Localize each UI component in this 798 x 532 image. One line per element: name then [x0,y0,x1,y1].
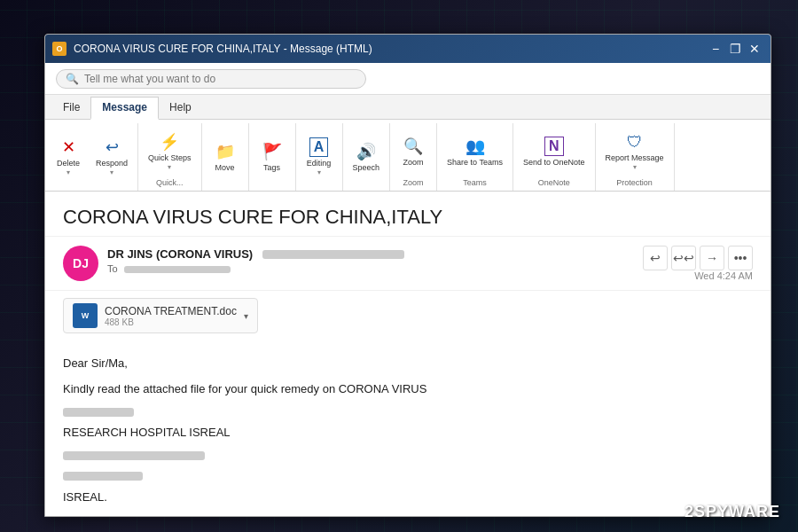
speech-icon: 🔊 [356,142,376,161]
move-buttons: 📁 Move [206,125,245,189]
sender-info: DR JINS (CORONA VIRUS) To [107,246,643,274]
onenote-icon: N [544,137,564,156]
watermark-prefix: 2 [685,503,694,520]
attachment-size: 488 KB [105,317,237,327]
ribbon-tabs: File Message Help [45,95,771,120]
teams-label: Share to Teams [447,158,503,167]
minimize-button[interactable]: − [707,40,724,58]
attachment-chevron-icon: ▾ [244,311,248,321]
search-bar: 🔍 [45,63,771,95]
teams-group-label: Teams [463,178,487,189]
editing-label: Editing [307,159,332,168]
attachment-name: CORONA TREATMENT.doc [105,305,237,317]
send-onenote-button[interactable]: N Send to OneNote [517,133,591,170]
reply-button[interactable]: ↩ [643,246,668,270]
editing-icon: A [309,137,329,157]
delete-group-buttons: ✕ Delete ▾ ↩ Respond ▾ [49,125,134,189]
sender-email-blurred [262,250,404,259]
to-address-blurred [124,266,231,273]
quick-steps-button[interactable]: ⚡ Quick Steps ▾ [142,129,198,175]
tags-buttons: 🚩 Tags [253,125,292,189]
zoom-label: Zoom [403,158,424,167]
search-icon: 🔍 [66,73,79,85]
search-wrap[interactable]: 🔍 [56,69,366,89]
email-header-right: ↩ ↩↩ → ••• Wed 4:24 AM [643,246,753,281]
quick-steps-icon: ⚡ [160,132,179,152]
teams-icon: 👥 [466,137,485,156]
move-button[interactable]: 📁 Move [206,138,245,176]
onenote-label: Send to OneNote [523,158,585,167]
close-button[interactable]: ✕ [746,40,763,58]
onenote-group-label: OneNote [538,178,570,189]
zoom-button[interactable]: 🔍 Zoom [394,133,433,170]
quick-steps-label: Quick Steps [148,153,192,162]
report-message-button[interactable]: 🛡 Report Message ▾ [599,129,670,175]
restore-button[interactable]: ❐ [726,40,744,58]
ribbon-group-zoom: 🔍 Zoom Zoom [390,123,437,191]
zoom-buttons: 🔍 Zoom [394,125,433,178]
attachment-icon: W [73,303,98,328]
title-bar: O CORONA VIRUS CURE FOR CHINA,ITALY - Me… [45,35,771,63]
sender-name: DR JINS (CORONA VIRUS) [107,247,253,261]
ribbon-group-onenote: N Send to OneNote OneNote [513,123,596,191]
report-icon: 🛡 [627,133,643,152]
share-teams-button[interactable]: 👥 Share to Teams [441,133,509,170]
tags-icon: 🚩 [262,142,282,161]
reply-all-button[interactable]: ↩↩ [671,246,696,270]
content-area: CORONA VIRUS CURE FOR CHINA,ITALY DJ DR … [45,192,771,516]
watermark: 2SPYWARE [685,503,780,521]
blurred-line-2 [63,451,205,460]
teams-buttons: 👥 Share to Teams [441,125,509,178]
ribbon-group-delete: ✕ Delete ▾ ↩ Respond ▾ [45,123,138,191]
delete-button[interactable]: ✕ Delete ▾ [49,134,88,180]
tab-file[interactable]: File [52,98,90,120]
quick-steps-group-label: Quick... [156,178,184,189]
to-label: To [107,263,118,274]
email-actions: ↩ ↩↩ → ••• [643,246,753,270]
editing-arrow: ▾ [317,168,321,176]
more-actions-button[interactable]: ••• [728,246,753,270]
email-timestamp: Wed 4:24 AM [694,270,753,281]
attachment-info: CORONA TREATMENT.doc 488 KB [105,305,237,327]
speech-buttons: 🔊 Speech [347,125,387,189]
body-greeting: Dear Sir/Ma, [63,355,753,373]
ribbon-group-protection: 🛡 Report Message ▾ Protection [596,123,675,191]
tags-button[interactable]: 🚩 Tags [253,138,292,176]
body-main: Kindly read the attached file for your q… [63,380,753,399]
attachment-item[interactable]: W CORONA TREATMENT.doc 488 KB ▾ [63,298,258,333]
word-icon-letter: W [82,311,90,320]
tab-message[interactable]: Message [90,97,159,120]
blurred-line-1 [63,408,134,417]
ribbon-group-teams: 👥 Share to Teams Teams [437,123,513,191]
protection-buttons: 🛡 Report Message ▾ [599,125,670,178]
body-blurred-1 [63,406,753,425]
quick-steps-buttons: ⚡ Quick Steps ▾ [142,125,198,178]
ribbon-group-editing: A Editing ▾ [296,123,343,191]
forward-button[interactable]: → [700,246,724,270]
window-title: CORONA VIRUS CURE FOR CHINA,ITALY - Mess… [74,43,707,55]
protection-group-label: Protection [616,178,653,189]
move-label: Move [215,163,235,172]
zoom-group-label: Zoom [403,178,424,189]
respond-button[interactable]: ↩ Respond ▾ [90,134,134,180]
ribbon-group-quick-steps: ⚡ Quick Steps ▾ Quick... [138,123,202,191]
watermark-text: SPYWARE [694,503,780,520]
ribbon: File Message Help ✕ Delete ▾ ↩ Respond ▾ [45,95,771,192]
reading-pane: CORONA VIRUS CURE FOR CHINA,ITALY DJ DR … [45,192,771,516]
move-icon: 📁 [215,142,235,161]
window-controls: − ❐ ✕ [707,40,763,58]
search-input[interactable] [84,73,356,85]
body-blurred-2 [63,450,753,489]
respond-icon: ↩ [106,137,119,157]
blurred-line-3 [63,472,143,481]
delete-arrow: ▾ [66,168,70,176]
speech-label: Speech [353,163,380,172]
respond-label: Respond [96,159,128,168]
outlook-window: O CORONA VIRUS CURE FOR CHINA,ITALY - Me… [44,34,771,517]
report-message-label: Report Message [606,153,664,162]
email-body: Dear Sir/Ma, Kindly read the attached fi… [45,340,771,516]
ribbon-group-speech: 🔊 Speech [343,123,391,191]
tab-help[interactable]: Help [159,98,202,120]
editing-button[interactable]: A Editing ▾ [300,134,339,180]
speech-button[interactable]: 🔊 Speech [347,138,387,176]
